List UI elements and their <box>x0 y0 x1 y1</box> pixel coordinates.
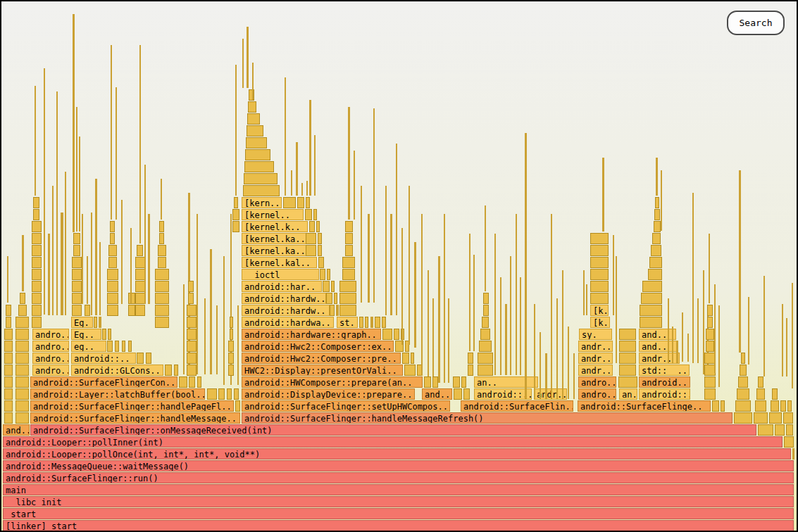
frame-small[interactable] <box>243 185 280 196</box>
frame-small[interactable] <box>306 233 316 244</box>
frame-small[interactable] <box>155 269 169 280</box>
frame[interactable]: [kernel.ka.. <box>242 245 313 256</box>
frame-sliver[interactable] <box>111 45 112 220</box>
frame[interactable]: android::SurfaceFlinger::onMessageReceiv… <box>30 424 756 436</box>
frame-sliver[interactable] <box>616 256 617 363</box>
frame[interactable]: sy. <box>579 329 612 340</box>
frame-small[interactable] <box>128 341 132 352</box>
frame-small[interactable] <box>641 293 662 304</box>
frame-sliver[interactable] <box>79 137 80 232</box>
frame-small[interactable] <box>327 269 330 280</box>
frame-small[interactable] <box>188 293 194 304</box>
frame-small[interactable] <box>6 317 11 328</box>
frame-sliver[interactable] <box>237 305 239 385</box>
frame-small[interactable] <box>738 376 748 388</box>
frame-sliver[interactable] <box>161 179 162 220</box>
frame-small[interactable] <box>15 412 29 424</box>
frame-small[interactable] <box>179 376 187 388</box>
frame-small[interactable] <box>480 329 490 340</box>
frame-small[interactable] <box>135 293 145 304</box>
frame-small[interactable] <box>107 293 118 304</box>
frame-small[interactable] <box>159 233 164 244</box>
frame[interactable]: Eg.. <box>71 329 101 340</box>
frame-small[interactable] <box>248 101 256 113</box>
frame[interactable]: android::MessageQueue::waitMessage() <box>3 460 794 471</box>
frame-small[interactable] <box>4 329 13 340</box>
frame-small[interactable] <box>4 365 13 376</box>
frame-sliver[interactable] <box>709 234 710 303</box>
frame-sliver[interactable] <box>438 256 440 383</box>
frame[interactable]: android::.. <box>474 388 532 400</box>
frame[interactable]: android::Looper::pollOnce(int, int*, int… <box>3 448 791 460</box>
frame-sliver[interactable] <box>421 214 423 376</box>
frame-small[interactable] <box>721 400 725 412</box>
frame-sliver[interactable] <box>568 327 569 399</box>
frame-small[interactable] <box>4 400 13 412</box>
frame-sliver[interactable] <box>556 298 558 399</box>
frame-small[interactable] <box>331 281 335 292</box>
frame-small[interactable] <box>32 293 42 304</box>
frame-small[interactable] <box>187 341 197 352</box>
frame-sliver[interactable] <box>672 327 673 363</box>
frame-small[interactable] <box>15 388 29 400</box>
frame-small[interactable] <box>235 400 240 412</box>
frame-small[interactable] <box>115 341 119 352</box>
frame-sliver[interactable] <box>361 186 362 303</box>
frame-sliver[interactable] <box>95 179 97 315</box>
frame-sliver[interactable] <box>656 158 658 196</box>
frame-small[interactable] <box>15 353 29 364</box>
frame[interactable]: android::SurfaceFlin.. <box>461 400 573 412</box>
frame-small[interactable] <box>174 365 178 376</box>
frame-small[interactable] <box>316 221 320 232</box>
frame[interactable]: android::SurfaceFlinger::setUpHWCompos.. <box>242 400 450 412</box>
frame-sliver[interactable] <box>792 283 793 388</box>
frame-small[interactable] <box>187 317 197 328</box>
frame[interactable]: eg.. <box>71 341 106 352</box>
frame-small[interactable] <box>159 221 164 232</box>
frame-sliver[interactable] <box>428 270 429 383</box>
frame-small[interactable] <box>94 317 97 328</box>
frame-small[interactable] <box>313 209 317 220</box>
frame-sliver[interactable] <box>444 214 445 383</box>
frame-small[interactable] <box>108 257 117 268</box>
frame[interactable]: andro.. <box>32 329 69 340</box>
frame-small[interactable] <box>218 388 225 400</box>
frame-sliver[interactable] <box>432 298 434 383</box>
frame-sliver[interactable] <box>414 242 416 348</box>
frame-small[interactable] <box>244 173 278 184</box>
frame-sliver[interactable] <box>285 77 286 196</box>
frame-sliver[interactable] <box>348 107 350 220</box>
frame-sliver[interactable] <box>314 135 316 196</box>
frame-small[interactable] <box>330 305 335 316</box>
frame-small[interactable] <box>135 305 145 316</box>
frame-sliver[interactable] <box>121 200 123 304</box>
frame-small[interactable] <box>642 281 662 292</box>
frame-small[interactable] <box>110 233 115 244</box>
frame-small[interactable] <box>4 388 13 400</box>
frame-sliver[interactable] <box>562 270 563 399</box>
frame-sliver[interactable] <box>216 305 218 374</box>
frame-sliver[interactable] <box>586 284 587 315</box>
frame-small[interactable] <box>320 269 325 280</box>
frame-sliver[interactable] <box>390 214 392 315</box>
frame-small[interactable] <box>648 269 662 280</box>
frame-small[interactable] <box>165 365 172 376</box>
frame[interactable]: _start <box>3 508 794 519</box>
frame-sliver[interactable] <box>306 181 308 196</box>
frame-sliver[interactable] <box>396 144 397 315</box>
frame[interactable]: android::SurfaceFlinge.. <box>578 400 711 412</box>
frame-small[interactable] <box>706 341 714 352</box>
frame-small[interactable] <box>323 281 330 292</box>
frame-sliver[interactable] <box>235 65 237 196</box>
frame-sliver[interactable] <box>469 234 470 351</box>
frame-sliver[interactable] <box>22 235 24 291</box>
frame-small[interactable] <box>590 281 609 292</box>
frame-small[interactable] <box>590 293 609 304</box>
frame-small[interactable] <box>306 197 310 208</box>
frame[interactable]: [kernel.kal.. <box>242 257 317 268</box>
frame[interactable]: android::HWComposer::prepare(an.. <box>242 376 423 388</box>
frame-small[interactable] <box>72 305 82 316</box>
frame-small[interactable] <box>737 388 749 400</box>
frame-small[interactable] <box>137 245 143 256</box>
frame-small[interactable] <box>640 305 662 316</box>
